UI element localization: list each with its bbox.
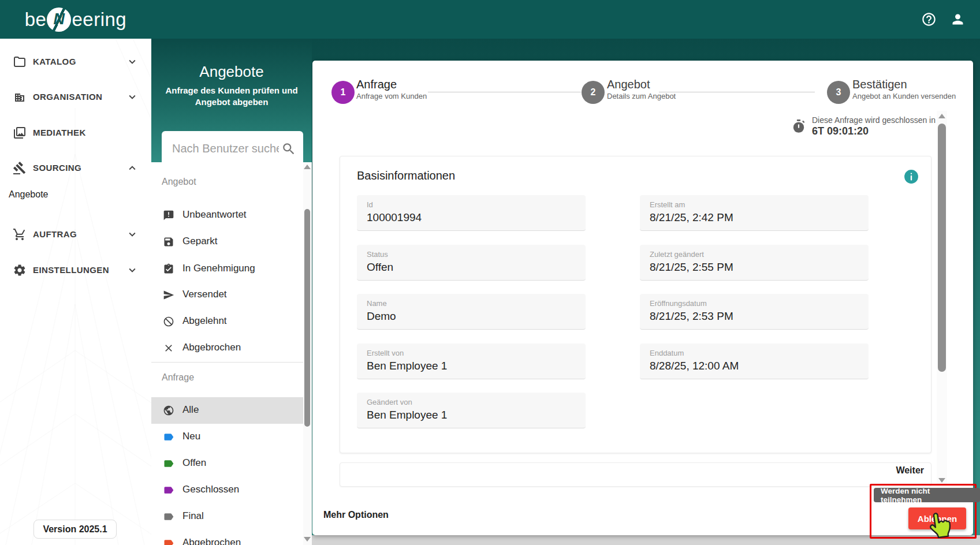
step-title: Bestätigen	[852, 78, 956, 91]
scroll-down-arrow[interactable]	[304, 537, 311, 542]
field-erstellt-von: Erstellt von Ben Employee 1	[357, 344, 586, 379]
scroll-up-arrow[interactable]	[938, 114, 945, 118]
panel-scrollbar[interactable]	[303, 163, 312, 545]
tag-purple-icon	[163, 484, 174, 496]
field-value: 8/21/25, 2:53 PM	[650, 310, 733, 323]
filter-label: Abgebrochen	[182, 537, 241, 545]
filter-abgelehnt[interactable]: Abgelehnt	[151, 308, 303, 335]
section-header-anfrage: Anfrage	[162, 372, 194, 387]
filter-neu[interactable]: Neu	[151, 424, 303, 450]
filter-geschlossen[interactable]: Geschlossen	[151, 477, 303, 503]
scroll-up-arrow[interactable]	[304, 165, 311, 169]
sidebar-label: ORGANISATION	[33, 92, 102, 102]
filter-label: Geparkt	[182, 236, 217, 247]
content-scrollbar[interactable]	[937, 111, 947, 487]
building-icon	[13, 90, 27, 104]
search-input[interactable]	[172, 131, 279, 166]
user-account-icon[interactable]	[950, 12, 966, 27]
field-value: Offen	[367, 261, 393, 274]
search-icon[interactable]	[281, 141, 296, 156]
deadline-timer: Diese Anfrage wird geschlossen in 6T 09:…	[791, 115, 936, 137]
field-label: Eröffnungsdatum	[650, 299, 707, 308]
app-root: beNeering KATALOG ORGANISATION	[0, 0, 980, 545]
step-1-circle[interactable]: 1	[331, 81, 355, 104]
logo-text-prefix: be	[25, 9, 47, 31]
filter-unbeantwortet[interactable]: Unbeantwortet	[151, 202, 303, 229]
brand-logo[interactable]: beNeering	[0, 0, 151, 39]
chevron-down-icon	[126, 91, 139, 103]
help-icon[interactable]	[921, 12, 937, 27]
field-label: Erstellt von	[367, 349, 404, 357]
field-value: 8/21/25, 2:55 PM	[650, 261, 733, 274]
sidebar-label: KATALOG	[33, 57, 76, 66]
scroll-down-arrow[interactable]	[938, 478, 945, 483]
step-subtitle: Anfrage vom Kunden	[356, 92, 427, 100]
close-x-icon	[163, 342, 174, 354]
cart-icon	[13, 227, 27, 241]
filter-final[interactable]: Final	[151, 503, 303, 530]
sidebar-label: SOURCING	[33, 163, 81, 173]
step-1[interactable]: Anfrage Anfrage vom Kunden	[356, 78, 427, 100]
tag-orange-icon	[163, 537, 174, 545]
step-2[interactable]: Angebot Details zum Angebot	[607, 78, 676, 100]
field-label: Geändert von	[367, 398, 412, 406]
filter-in-genehmigung[interactable]: In Genehmigung	[151, 256, 303, 282]
filter-offen[interactable]: Offen	[151, 450, 303, 477]
approval-clipboard-icon	[163, 263, 174, 275]
step-3[interactable]: Bestätigen Angebot an Kunden versenden	[852, 78, 956, 100]
filter-geparkt[interactable]: Geparkt	[151, 229, 303, 255]
field-eroeffnungsdatum: Eröffnungsdatum 8/21/25, 2:53 PM	[640, 294, 869, 330]
step-connector	[428, 92, 581, 92]
step-subtitle: Angebot an Kunden versenden	[852, 92, 956, 100]
filter-abgebrochen[interactable]: Abgebrochen	[151, 335, 303, 361]
field-status: Status Offen	[357, 245, 586, 281]
section-header-angebot: Angebot	[162, 177, 196, 192]
field-enddatum: Enddatum 8/28/25, 12:00 AM	[640, 344, 869, 379]
info-icon[interactable]	[904, 169, 919, 184]
scrollbar-thumb[interactable]	[938, 124, 946, 372]
filter-versendet[interactable]: Versendet	[151, 282, 303, 308]
field-value: 8/21/25, 2:42 PM	[650, 211, 733, 224]
sidebar-subitem-angebote[interactable]: Angebote	[9, 189, 141, 207]
sidebar-item-einstellungen[interactable]: EINSTELLUNGEN	[0, 259, 151, 282]
step-2-circle[interactable]: 2	[582, 81, 605, 104]
top-bar: beNeering	[0, 0, 980, 39]
decline-tooltip: Werden nicht teilnehmen	[874, 488, 980, 502]
filter-label: Final	[182, 510, 204, 522]
section-divider	[151, 362, 303, 363]
step-3-circle[interactable]: 3	[827, 81, 850, 104]
scrollbar-thumb[interactable]	[304, 209, 310, 427]
chevron-up-icon	[126, 162, 139, 174]
filter-abgebrochen-anfrage[interactable]: Abgebrochen	[151, 530, 303, 545]
photo-library-icon	[13, 126, 27, 140]
field-value: Ben Employee 1	[367, 409, 447, 421]
pointer-hand-cursor	[924, 509, 955, 540]
tag-blue-icon	[163, 431, 174, 443]
card-title: Basisinformationen	[357, 169, 455, 182]
version-badge: Version 2025.1	[33, 520, 117, 539]
next-button[interactable]: Weiter	[896, 465, 924, 476]
sidebar-label: EINSTELLUNGEN	[33, 265, 109, 275]
filter-alle[interactable]: Alle	[151, 397, 303, 424]
sidebar-item-mediathek[interactable]: MEDIATHEK	[0, 121, 151, 144]
logo-n-icon: N	[47, 8, 71, 32]
send-icon	[163, 289, 174, 301]
sidebar-item-organisation[interactable]: ORGANISATION	[0, 85, 151, 109]
next-section-card	[340, 462, 931, 487]
filter-label: Unbeantwortet	[182, 209, 247, 221]
offers-panel-header: Angebote Anfrage des Kunden prüfen und A…	[151, 39, 312, 162]
filter-label: Alle	[182, 404, 199, 416]
field-id: Id 100001994	[357, 195, 586, 231]
filter-label: Neu	[182, 431, 200, 442]
sidebar-item-sourcing[interactable]: SOURCING	[0, 156, 151, 180]
chevron-down-icon	[126, 55, 139, 68]
user-search	[162, 131, 303, 166]
sidebar-item-katalog[interactable]: KATALOG	[0, 50, 151, 73]
field-label: Name	[367, 299, 387, 308]
field-value: Demo	[367, 310, 396, 323]
more-options-button[interactable]: Mehr Optionen	[323, 510, 389, 520]
main-content-area: 1 Anfrage Anfrage vom Kunden 2 Angebot D…	[312, 39, 980, 545]
sidebar-item-auftrag[interactable]: AUFTRAG	[0, 223, 151, 246]
filter-label: Versendet	[182, 289, 227, 300]
chevron-down-icon	[126, 228, 139, 241]
